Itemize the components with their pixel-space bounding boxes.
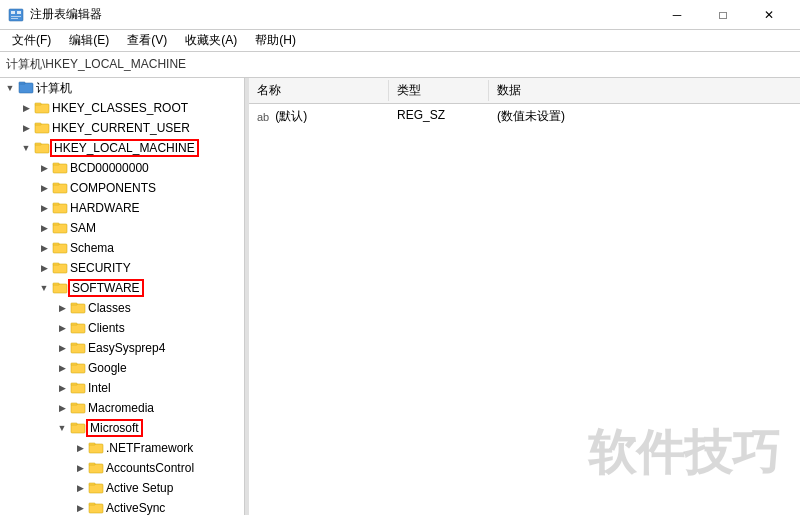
computer-icon xyxy=(18,81,34,95)
folder-icon xyxy=(88,481,104,495)
maximize-button[interactable]: □ xyxy=(700,0,746,30)
tree-item-google[interactable]: ▶ Google xyxy=(0,358,244,378)
folder-icon xyxy=(70,341,86,355)
svg-rect-35 xyxy=(71,384,85,393)
tree-label: BCD00000000 xyxy=(68,161,149,175)
svg-rect-17 xyxy=(53,204,67,213)
expand-icon: ▶ xyxy=(54,340,70,356)
folder-icon xyxy=(52,281,68,295)
menu-favorites[interactable]: 收藏夹(A) xyxy=(177,30,245,51)
tree-label: HARDWARE xyxy=(68,201,140,215)
menu-edit[interactable]: 编辑(E) xyxy=(61,30,117,51)
expand-icon: ▶ xyxy=(36,260,52,276)
minimize-button[interactable]: ─ xyxy=(654,0,700,30)
tree-label-highlight: HKEY_LOCAL_MACHINE xyxy=(50,139,199,157)
expand-icon: ▶ xyxy=(72,440,88,456)
svg-rect-10 xyxy=(35,123,41,125)
tree-item-hkey-current-user[interactable]: ▶ HKEY_CURRENT_USER xyxy=(0,118,244,138)
app-icon xyxy=(8,7,24,23)
tree-item-software[interactable]: ▼ SOFTWARE xyxy=(0,278,244,298)
tree-item-components[interactable]: ▶ COMPONENTS xyxy=(0,178,244,198)
folder-icon xyxy=(70,361,86,375)
tree-root[interactable]: ▼ 计算机 xyxy=(0,78,244,98)
address-label: 计算机\HKEY_LOCAL_MACHINE xyxy=(6,56,186,73)
svg-rect-47 xyxy=(89,504,103,513)
tree-item-sam[interactable]: ▶ SAM xyxy=(0,218,244,238)
svg-rect-48 xyxy=(89,503,95,505)
folder-icon xyxy=(70,321,86,335)
tree-item-schema[interactable]: ▶ Schema xyxy=(0,238,244,258)
tree-panel[interactable]: ▼ 计算机 ▶ HKEY_CLASSES_ROOT ▶ HKEY_CURRE xyxy=(0,78,245,515)
menu-help[interactable]: 帮助(H) xyxy=(247,30,304,51)
tree-item-hkey-local-machine[interactable]: ▼ HKEY_LOCAL_MACHINE xyxy=(0,138,244,158)
svg-rect-2 xyxy=(17,11,21,14)
tree-item-clients[interactable]: ▶ Clients xyxy=(0,318,244,338)
tree-label: Classes xyxy=(86,301,131,315)
svg-rect-27 xyxy=(71,304,85,313)
expand-icon: ▶ xyxy=(36,180,52,196)
folder-icon xyxy=(52,161,68,175)
title-bar: 注册表编辑器 ─ □ ✕ xyxy=(0,0,800,30)
cell-type: REG_SZ xyxy=(389,106,489,127)
tree-item-security[interactable]: ▶ SECURITY xyxy=(0,258,244,278)
expand-icon: ▶ xyxy=(72,460,88,476)
folder-icon xyxy=(34,101,50,115)
tree-item-active-setup[interactable]: ▶ Active Setup xyxy=(0,478,244,498)
expand-icon: ▶ xyxy=(54,380,70,396)
svg-rect-19 xyxy=(53,224,67,233)
expand-icon: ▶ xyxy=(72,500,88,515)
folder-icon xyxy=(70,401,86,415)
folder-icon xyxy=(88,461,104,475)
close-button[interactable]: ✕ xyxy=(746,0,792,30)
svg-rect-46 xyxy=(89,483,95,485)
svg-rect-42 xyxy=(89,443,95,445)
tree-item-bcd[interactable]: ▶ BCD00000000 xyxy=(0,158,244,178)
tree-label: Active Setup xyxy=(104,481,173,495)
tree-item-accountscontrol[interactable]: ▶ AccountsControl xyxy=(0,458,244,478)
svg-rect-4 xyxy=(11,18,18,19)
tree-item-classes[interactable]: ▶ Classes xyxy=(0,298,244,318)
svg-rect-15 xyxy=(53,184,67,193)
svg-rect-20 xyxy=(53,223,59,225)
table-row[interactable]: ab (默认) REG_SZ (数值未设置) xyxy=(249,104,800,129)
tree-item-hardware[interactable]: ▶ HARDWARE xyxy=(0,198,244,218)
expand-icon: ▼ xyxy=(36,280,52,296)
tree-root-label: 计算机 xyxy=(34,80,72,97)
svg-rect-25 xyxy=(53,284,67,293)
menu-file[interactable]: 文件(F) xyxy=(4,30,59,51)
expand-icon: ▶ xyxy=(36,160,52,176)
tree-label-highlight: SOFTWARE xyxy=(68,279,144,297)
svg-rect-28 xyxy=(71,303,77,305)
tree-item-netframework[interactable]: ▶ .NETFramework xyxy=(0,438,244,458)
svg-rect-40 xyxy=(71,423,77,425)
svg-rect-0 xyxy=(9,9,23,21)
tree-label: SECURITY xyxy=(68,261,131,275)
tree-item-microsoft[interactable]: ▼ Microsoft xyxy=(0,418,244,438)
svg-rect-29 xyxy=(71,324,85,333)
menu-view[interactable]: 查看(V) xyxy=(119,30,175,51)
menu-bar: 文件(F) 编辑(E) 查看(V) 收藏夹(A) 帮助(H) xyxy=(0,30,800,52)
folder-icon xyxy=(52,201,68,215)
svg-rect-8 xyxy=(35,103,41,105)
folder-icon xyxy=(34,141,50,155)
folder-icon xyxy=(52,181,68,195)
tree-item-easysysprep4[interactable]: ▶ EasySysprep4 xyxy=(0,338,244,358)
tree-label: EasySysprep4 xyxy=(86,341,165,355)
tree-label: Clients xyxy=(86,321,125,335)
address-bar: 计算机\HKEY_LOCAL_MACHINE xyxy=(0,52,800,78)
svg-rect-44 xyxy=(89,463,95,465)
tree-item-intel[interactable]: ▶ Intel xyxy=(0,378,244,398)
tree-item-macromedia[interactable]: ▶ Macromedia xyxy=(0,398,244,418)
svg-rect-41 xyxy=(89,444,103,453)
tree-label: Google xyxy=(86,361,127,375)
tree-item-activesync[interactable]: ▶ ActiveSync xyxy=(0,498,244,515)
expand-icon: ▶ xyxy=(36,220,52,236)
expand-icon: ▶ xyxy=(36,240,52,256)
col-header-data: 数据 xyxy=(489,80,800,101)
svg-rect-32 xyxy=(71,343,77,345)
tree-label: HKEY_CLASSES_ROOT xyxy=(50,101,188,115)
svg-rect-30 xyxy=(71,323,77,325)
svg-rect-43 xyxy=(89,464,103,473)
title-text: 注册表编辑器 xyxy=(30,6,102,23)
tree-item-hkey-classes-root[interactable]: ▶ HKEY_CLASSES_ROOT xyxy=(0,98,244,118)
